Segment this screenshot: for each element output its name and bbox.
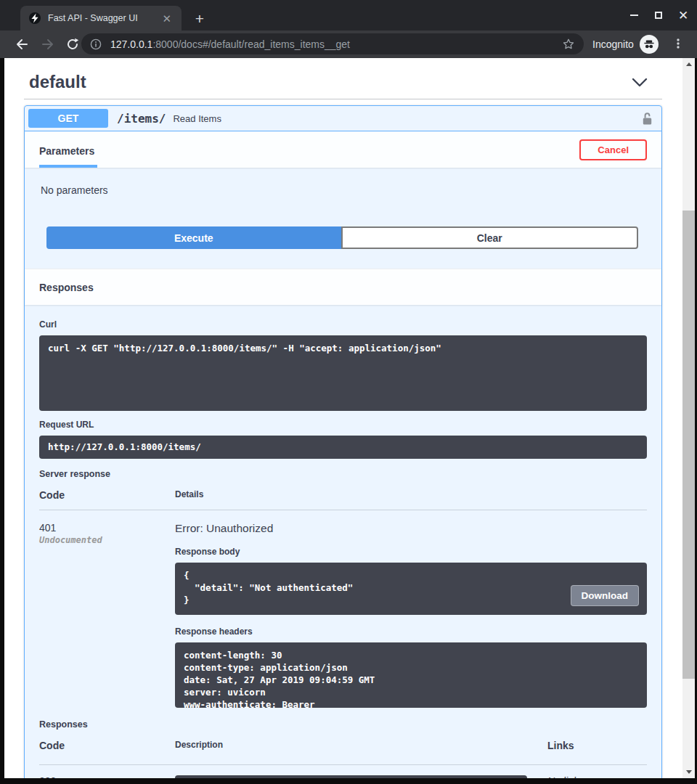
method-badge: GET xyxy=(28,109,108,128)
collapse-tag-button[interactable] xyxy=(632,78,661,87)
curl-label: Curl xyxy=(39,319,647,330)
reload-button[interactable] xyxy=(64,36,81,53)
scrollbar-down-arrow[interactable] xyxy=(682,766,695,778)
execute-button[interactable]: Execute xyxy=(46,226,341,249)
page-viewport: default GET /items/ Read Items Parameter… xyxy=(4,58,695,778)
window-maximize-button[interactable] xyxy=(651,7,667,23)
page-scrollbar xyxy=(682,58,695,778)
incognito-indicator: Incognito xyxy=(592,33,659,54)
live-response-table-header: Code Details xyxy=(39,489,647,510)
fastapi-favicon-icon xyxy=(29,12,41,24)
response-description: Successful Response xyxy=(175,775,527,778)
server-response-title: Server response xyxy=(39,469,647,479)
back-arrow-icon xyxy=(15,37,29,52)
url-path: :8000/docs#/default/read_items_items__ge… xyxy=(152,38,350,50)
links-column-header: Links xyxy=(547,740,647,751)
chevron-down-icon xyxy=(632,78,648,87)
three-dots-icon xyxy=(672,38,684,49)
triangle-down-icon xyxy=(686,770,692,774)
scrollbar-up-arrow[interactable] xyxy=(682,58,695,70)
clear-button[interactable]: Clear xyxy=(341,226,639,249)
swagger-page: default GET /items/ Read Items Parameter… xyxy=(4,58,682,778)
browser-titlebar: Fast API - Swagger UI ✕ + ✕ xyxy=(0,0,697,30)
curl-command[interactable]: curl -X GET "http://127.0.0.1:8000/items… xyxy=(39,335,647,411)
operation-path: /items/ xyxy=(117,112,166,126)
forward-button[interactable] xyxy=(39,36,57,53)
scrollbar-thumb[interactable] xyxy=(682,211,695,679)
request-url-label: Request URL xyxy=(39,420,647,430)
download-button[interactable]: Download xyxy=(571,585,640,606)
tag-divider xyxy=(24,99,662,99)
tag-title: default xyxy=(29,72,86,92)
code-column-header: Code xyxy=(39,489,175,501)
documented-response-row: 200 Successful Response No links xyxy=(39,765,647,778)
incognito-icon xyxy=(640,35,659,54)
unlocked-padlock-icon xyxy=(642,112,653,126)
reload-icon xyxy=(66,38,79,51)
url-bar[interactable]: 127.0.0.1:8000/docs#/default/read_items_… xyxy=(81,33,584,54)
tab-title: Fast API - Swagger UI xyxy=(48,13,159,23)
status-code: 401 xyxy=(39,522,175,534)
site-info-icon[interactable] xyxy=(90,38,102,50)
description-column-header: Description xyxy=(175,740,547,751)
incognito-label: Incognito xyxy=(592,38,634,50)
response-links: No links xyxy=(547,775,647,778)
opblock-summary[interactable]: GET /items/ Read Items xyxy=(25,106,661,131)
tab-parameters[interactable]: Parameters xyxy=(39,145,97,168)
auth-lock-button[interactable] xyxy=(642,112,653,126)
tab-close-icon[interactable]: ✕ xyxy=(159,12,174,25)
request-url-value: http://127.0.0.1:8000/items/ xyxy=(39,436,647,459)
code-column-header: Code xyxy=(39,740,175,751)
response-code: 200 xyxy=(39,775,175,778)
response-body-label: Response body xyxy=(175,547,647,557)
undocumented-note: Undocumented xyxy=(39,535,175,545)
live-response-row: 401 Undocumented Error: Unauthorized Res… xyxy=(39,510,647,708)
new-tab-button[interactable]: + xyxy=(190,9,209,28)
no-parameters-text: No parameters xyxy=(25,168,661,222)
browser-menu-button[interactable] xyxy=(669,35,687,52)
forward-arrow-icon xyxy=(41,37,55,52)
response-headers-label: Response headers xyxy=(175,626,647,637)
triangle-up-icon xyxy=(686,62,692,66)
minimize-icon xyxy=(630,15,638,16)
bookmark-star-icon[interactable] xyxy=(562,38,575,51)
documented-responses-table-header: Code Description Links xyxy=(39,740,647,765)
close-icon: ✕ xyxy=(678,9,688,22)
url-host: 127.0.0.1 xyxy=(110,38,152,50)
url-text: 127.0.0.1:8000/docs#/default/read_items_… xyxy=(110,38,562,50)
browser-tab[interactable]: Fast API - Swagger UI ✕ xyxy=(20,6,182,30)
back-button[interactable] xyxy=(13,36,30,53)
details-column-header: Details xyxy=(175,489,647,501)
operation-summary: Read Items xyxy=(173,113,642,124)
opblock-get-items: GET /items/ Read Items Parameters Cancel… xyxy=(24,105,662,778)
documented-responses-title: Responses xyxy=(39,719,647,730)
window-close-button[interactable]: ✕ xyxy=(675,7,691,23)
response-headers-value: content-length: 30 content-type: applica… xyxy=(175,642,647,708)
maximize-icon xyxy=(655,12,662,19)
cancel-button[interactable]: Cancel xyxy=(579,139,647,160)
responses-section-title: Responses xyxy=(39,282,94,293)
error-text: Error: Unauthorized xyxy=(175,522,647,535)
window-minimize-button[interactable] xyxy=(626,7,642,23)
